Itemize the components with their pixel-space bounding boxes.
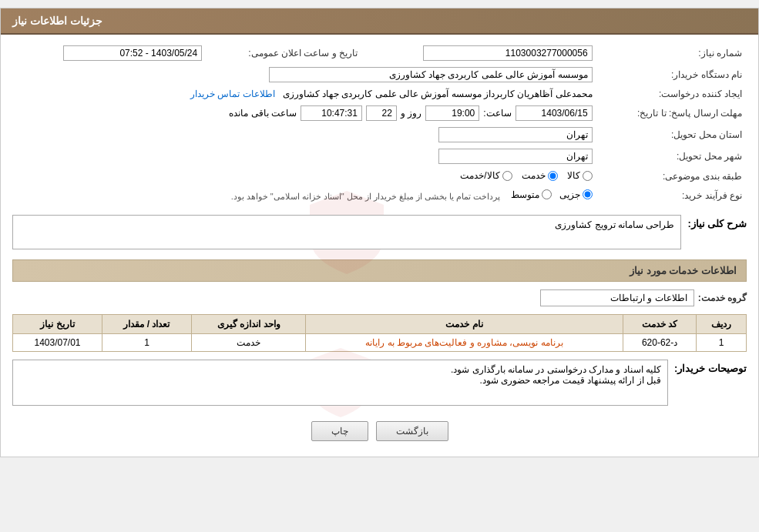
col-count: تعداد / مقدار (102, 315, 192, 334)
cell-code-0: د-62-620 (623, 334, 696, 352)
category-kala-label: کالا (567, 170, 580, 181)
purchase-type-value: جزیی متوسط پرداخت تمام یا بخشی از مبلغ خ… (12, 186, 597, 206)
cell-date-0: 1403/07/01 (13, 334, 102, 352)
creator-row: ایجاد کننده درخواست: محمدعلی آظاهریان کا… (12, 85, 747, 102)
col-service-code: کد خدمت (623, 315, 696, 334)
col-row-number: ردیف (697, 315, 747, 334)
description-value: طراحی سامانه ترویج کشاورزی (12, 215, 681, 249)
category-value: کالا خدمت کالا/خدمت (12, 167, 597, 186)
purchase-motovaset[interactable]: متوسط (511, 189, 552, 200)
service-group-label: گروه خدمت: (698, 293, 747, 303)
purchase-jozii[interactable]: جزیی (559, 189, 593, 200)
cell-count-0: 1 (102, 334, 192, 352)
buyer-desc-line1: کلیه اسناد و مدارک درخواستی در سامانه با… (19, 364, 661, 375)
request-number-field: 1103003277000056 (423, 45, 593, 61)
province-row: استان محل تحویل: تهران (12, 124, 747, 146)
purchase-type-row: نوع فرآیند خرید: جزیی متوسط (12, 186, 747, 206)
purchase-type-label: نوع فرآیند خرید: (597, 186, 747, 206)
buyer-desc-line2: قبل از ارائه پیشنهاد قیمت مراجعه حضوری ش… (19, 375, 661, 386)
category-kala-khedmat-radio[interactable] (502, 171, 512, 181)
creator-value: محمدعلی آظاهریان کاربرداز موسسه آموزش عا… (12, 85, 597, 102)
city-row: شهر محل تحویل: تهران (12, 146, 747, 167)
announce-date-label: تاریخ و ساعت اعلان عمومی: (207, 42, 362, 64)
deadline-date-field: 1403/06/15 (516, 105, 593, 121)
category-kala[interactable]: کالا (567, 170, 593, 181)
category-row: طبقه بندی موضوعی: کالا خدمت (12, 167, 747, 186)
service-group-row: گروه خدمت: اطلاعات و ارتباطات (12, 286, 747, 310)
description-label: شرح کلی نیاز: (687, 215, 747, 229)
col-unit: واحد اندازه گیری (191, 315, 306, 334)
description-container: Ana طراحی سامانه ترویج کشاورزی (12, 215, 681, 249)
city-label: شهر محل تحویل: (597, 146, 747, 167)
purchase-radio-group: جزیی متوسط (511, 189, 593, 200)
deadline-value: 1403/06/15 ساعت: 19:00 روز و 22 10:47:31… (12, 102, 597, 124)
org-row: نام دستگاه خریدار: موسسه آموزش عالی علمی… (12, 64, 747, 85)
category-khedmat-radio[interactable] (548, 171, 558, 181)
services-header-row: ردیف کد خدمت نام خدمت واحد اندازه گیری ت… (13, 315, 747, 334)
description-section: شرح کلی نیاز: Ana طراحی سامانه ترویج کشا… (12, 211, 747, 253)
org-name-field: موسسه آموزش عالی علمی کاربردی جهاد کشاور… (269, 67, 593, 82)
page-header: جزئیات اطلاعات نیاز (1, 8, 758, 35)
purchase-jozii-label: جزیی (559, 189, 580, 200)
col-date: تاریخ نیاز (13, 315, 102, 334)
content-area: شماره نیاز: 1103003277000056 تاریخ و ساع… (1, 35, 758, 457)
purchase-motovaset-radio[interactable] (542, 189, 552, 199)
back-button[interactable]: بازگشت (376, 421, 448, 441)
org-name-value: موسسه آموزش عالی علمی کاربردی جهاد کشاور… (12, 64, 597, 85)
col-service-name: نام خدمت (306, 315, 623, 334)
creator-link[interactable]: اطلاعات تماس خریدار (190, 89, 275, 99)
buyer-desc-container: کلیه اسناد و مدارک درخواستی در سامانه با… (12, 360, 668, 406)
org-name-label: نام دستگاه خریدار: (597, 64, 747, 85)
creator-label: ایجاد کننده درخواست: (597, 85, 747, 102)
category-radio-group: کالا خدمت کالا/خدمت (460, 170, 592, 181)
request-row: شماره نیاز: 1103003277000056 تاریخ و ساع… (12, 42, 747, 64)
announce-date-field: 1403/05/24 - 07:52 (63, 45, 202, 61)
cell-row-0: 1 (697, 334, 747, 352)
province-label: استان محل تحویل: (597, 124, 747, 146)
button-row: بازگشت چاپ (12, 421, 747, 441)
request-number-value: 1103003277000056 (362, 42, 597, 64)
deadline-label: مهلت ارسال پاسخ: تا تاریخ: (597, 102, 747, 124)
province-value: تهران (12, 124, 597, 146)
category-kala-khedmat-label: کالا/خدمت (460, 170, 499, 181)
city-value: تهران (12, 146, 597, 167)
request-number-label: شماره نیاز: (597, 42, 747, 64)
cell-unit-0: خدمت (191, 334, 306, 352)
creator-text: محمدعلی آظاهریان کاربرداز موسسه آموزش عا… (283, 89, 593, 99)
announce-date-value: 1403/05/24 - 07:52 (12, 42, 207, 64)
category-label: طبقه بندی موضوعی: (597, 167, 747, 186)
category-kala-khedmat[interactable]: کالا/خدمت (460, 170, 512, 181)
city-field: تهران (438, 149, 593, 164)
buyer-desc-section: توصیحات خریدار: کلیه اسناد و مدارک درخوا… (12, 356, 747, 410)
info-table: شماره نیاز: 1103003277000056 تاریخ و ساع… (12, 42, 747, 205)
service-group-value: اطلاعات و ارتباطات (540, 289, 694, 306)
page-container: جزئیات اطلاعات نیاز شماره نیاز: 11030032… (0, 8, 759, 457)
deadline-time-field: 19:00 (425, 105, 479, 121)
services-table: ردیف کد خدمت نام خدمت واحد اندازه گیری ت… (12, 314, 747, 352)
category-khedmat-label: خدمت (522, 170, 546, 181)
print-button[interactable]: چاپ (311, 421, 368, 441)
cell-name-0: برنامه نویسی، مشاوره و فعالیت‌های مربوط … (306, 334, 623, 352)
province-field: تهران (438, 127, 593, 142)
deadline-days-field: 22 (366, 105, 397, 121)
deadline-remaining-label: ساعت باقی مانده (229, 108, 297, 119)
table-row: 1 د-62-620 برنامه نویسی، مشاوره و فعالیت… (13, 334, 747, 352)
deadline-remaining-field: 10:47:31 (301, 105, 362, 121)
deadline-days-label: روز و (401, 108, 421, 119)
buyer-desc-label: توصیحات خریدار: (674, 360, 747, 374)
purchase-jozii-radio[interactable] (583, 189, 593, 199)
page-title: جزئیات اطلاعات نیاز (12, 15, 102, 27)
purchase-note: پرداخت تمام یا بخشی از مبلغ خریدار از مح… (231, 189, 501, 203)
purchase-motovaset-label: متوسط (511, 189, 539, 200)
buyer-desc-value: کلیه اسناد و مدارک درخواستی در سامانه با… (12, 360, 668, 406)
deadline-row: مهلت ارسال پاسخ: تا تاریخ: 1403/06/15 سا… (12, 102, 747, 124)
deadline-time-label: ساعت: (483, 108, 511, 119)
category-khedmat[interactable]: خدمت (522, 170, 558, 181)
services-section-header: اطلاعات خدمات مورد نیاز (12, 259, 747, 282)
category-kala-radio[interactable] (583, 171, 593, 181)
